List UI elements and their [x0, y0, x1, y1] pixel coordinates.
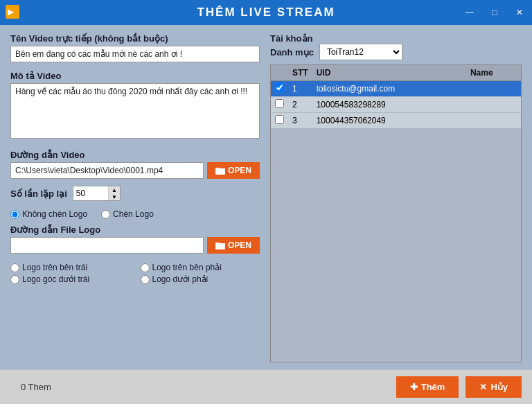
logo-position-section: Logo trên bên trái Logo trên bên phải Lo…	[10, 263, 260, 284]
row-checkbox-cell	[271, 113, 288, 129]
row-checkbox[interactable]	[275, 115, 284, 124]
col-stt: STT	[288, 65, 312, 81]
logo-path-section: Đường dẫn File Logo OPEN	[10, 225, 260, 254]
folder-icon	[215, 167, 225, 175]
window-controls: — □ ✕	[457, 0, 532, 25]
row-stt: 1	[288, 81, 312, 97]
window-title: THÊM LIVE STREAM	[197, 6, 335, 19]
loop-label: Số lần lặp lại	[10, 188, 67, 199]
logo-bottom-left-radio[interactable]	[10, 275, 19, 284]
x-icon: ✕	[479, 382, 487, 392]
svg-text:▶: ▶	[8, 8, 15, 16]
logo-path-input[interactable]	[10, 237, 204, 254]
row-stt: 2	[288, 97, 312, 113]
video-title-section: Tên Video trực tiếp (không bắt buộc)	[10, 33, 260, 62]
them-button[interactable]: ✚ Thêm	[396, 376, 459, 398]
row-uid: 100044357062049	[312, 113, 466, 129]
row-checkbox[interactable]	[275, 83, 284, 92]
folder-icon-2	[215, 242, 225, 249]
plus-icon: ✚	[410, 382, 418, 392]
logo-bottom-right-option[interactable]: Logo dưới phải	[141, 274, 260, 284]
app-icon: ▶	[6, 5, 19, 19]
close-button[interactable]: ✕	[507, 0, 532, 25]
row-checkbox-cell	[271, 97, 288, 113]
row-name	[466, 113, 521, 129]
video-open-button[interactable]: OPEN	[207, 162, 260, 179]
insert-logo-option[interactable]: Chèn Logo	[101, 209, 154, 219]
col-checkbox	[271, 65, 288, 81]
table-header-row: STT UID Name	[271, 65, 521, 81]
row-stt: 3	[288, 113, 312, 129]
col-name: Name	[466, 65, 521, 81]
danh-muc-row: Danh mục ToiTran12	[270, 44, 522, 60]
spinner-buttons: ▲ ▼	[108, 186, 120, 200]
logo-top-left-radio[interactable]	[10, 263, 19, 272]
logo-top-right-radio[interactable]	[141, 263, 150, 272]
table-row[interactable]: 1 toliosictu@gmail.com	[271, 81, 521, 97]
video-desc-section: Mô tả Video	[10, 68, 260, 141]
no-logo-option[interactable]: Không chèn Logo	[10, 209, 87, 219]
video-path-label: Đường dẫn Video	[10, 150, 260, 160]
video-desc-input[interactable]	[10, 83, 260, 139]
title-bar: ▶ THÊM LIVE STREAM — □ ✕	[0, 0, 532, 25]
logo-open-button[interactable]: OPEN	[207, 237, 260, 254]
row-uid: 100054583298289	[312, 97, 466, 113]
danh-muc-label: Danh mục	[270, 47, 314, 58]
row-checkbox-cell	[271, 81, 288, 97]
row-name	[466, 97, 521, 113]
maximize-button[interactable]: □	[482, 0, 507, 25]
video-path-section: Đường dẫn Video OPEN	[10, 147, 260, 179]
row-uid: toliosictu@gmail.com	[312, 81, 466, 97]
video-title-input[interactable]	[10, 46, 260, 62]
account-label: Tài khoản	[270, 33, 522, 44]
logo-path-label: Đường dẫn File Logo	[10, 225, 260, 235]
minimize-button[interactable]: —	[457, 0, 482, 25]
no-logo-radio[interactable]	[10, 210, 19, 219]
loop-input[interactable]	[73, 186, 108, 200]
accounts-table-wrapper: STT UID Name 1 toliosictu@gmail.com 2 10…	[270, 64, 522, 362]
spin-up-button[interactable]: ▲	[109, 186, 120, 193]
row-checkbox[interactable]	[275, 99, 284, 108]
left-panel: Tên Video trực tiếp (không bắt buộc) Mô …	[10, 33, 260, 362]
huy-button[interactable]: ✕ Hủy	[466, 376, 522, 398]
account-select[interactable]: ToiTran12	[319, 44, 402, 60]
main-content: Tên Video trực tiếp (không bắt buộc) Mô …	[0, 25, 532, 369]
right-panel: Tài khoản Danh mục ToiTran12 STT UID Nam…	[270, 33, 522, 362]
accounts-table: STT UID Name 1 toliosictu@gmail.com 2 10…	[271, 65, 521, 129]
them-count: 0 Them	[10, 382, 51, 392]
video-path-input[interactable]	[10, 162, 204, 179]
spin-down-button[interactable]: ▼	[109, 193, 120, 200]
bottom-bar: 0 Them ✚ Thêm ✕ Hủy	[0, 369, 532, 404]
logo-radio-row: Không chèn Logo Chèn Logo	[10, 209, 260, 219]
insert-logo-radio[interactable]	[101, 210, 110, 219]
col-uid: UID	[312, 65, 466, 81]
logo-top-left-option[interactable]: Logo trên bên trái	[10, 263, 130, 272]
video-desc-label: Mô tả Video	[10, 71, 260, 81]
row-name	[466, 81, 521, 97]
video-title-label: Tên Video trực tiếp (không bắt buộc)	[10, 33, 260, 44]
loop-section: Số lần lặp lại ▲ ▼	[10, 186, 260, 201]
logo-top-right-option[interactable]: Logo trên bên phải	[141, 263, 260, 272]
loop-spinner: ▲ ▼	[73, 186, 121, 201]
logo-bottom-right-radio[interactable]	[141, 275, 150, 284]
logo-bottom-left-option[interactable]: Logo góc dưới trái	[10, 274, 130, 284]
table-row[interactable]: 3 100044357062049	[271, 113, 521, 129]
table-row[interactable]: 2 100054583298289	[271, 97, 521, 113]
